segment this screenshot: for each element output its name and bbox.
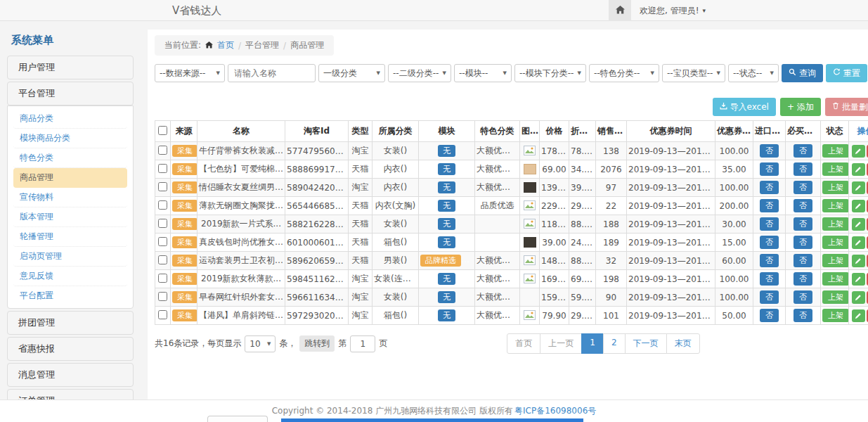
edit-button[interactable] — [852, 218, 865, 231]
filter-module[interactable]: --模块--▼ — [454, 64, 512, 82]
status-toggle[interactable]: 上架 — [822, 309, 849, 322]
edit-button[interactable] — [852, 163, 865, 176]
icp-link[interactable]: 粤ICP备16098006号 — [514, 405, 596, 417]
status-toggle[interactable]: 上架 — [822, 199, 849, 212]
edit-button[interactable] — [852, 145, 865, 158]
sidebar-item-product-category[interactable]: 商品分类 — [13, 109, 127, 129]
import-select-toggle[interactable]: 否 — [760, 272, 779, 286]
import-select-toggle[interactable]: 否 — [760, 144, 779, 158]
batch-delete-button[interactable]: 批量删除 — [825, 98, 868, 116]
next-page-button[interactable]: 下一页 — [625, 333, 667, 354]
must-buy-toggle[interactable]: 否 — [793, 272, 812, 286]
column-header-icon: 图标 — [520, 121, 540, 142]
search-button[interactable]: 查询 — [782, 64, 823, 82]
edit-button[interactable] — [852, 236, 865, 249]
sidebar-item-module-product-category[interactable]: 模块商品分类 — [13, 129, 127, 148]
sidebar-item-promo-material[interactable]: 宣传物料 — [13, 188, 127, 207]
edit-button[interactable] — [852, 273, 865, 286]
must-buy-toggle[interactable]: 否 — [793, 144, 812, 158]
edit-button[interactable] — [852, 181, 865, 194]
name-search-input[interactable] — [228, 64, 316, 82]
feature-category: 大额优惠券 — [475, 288, 520, 307]
source-badge: 采集 — [172, 236, 197, 248]
filter-level1-category[interactable]: 一级分类▼ — [318, 64, 385, 82]
breadcrumb-home-link[interactable]: 首页 — [217, 39, 234, 51]
page-number-input[interactable] — [350, 335, 375, 352]
row-select-checkbox[interactable] — [158, 237, 167, 246]
row-select-checkbox[interactable] — [158, 219, 167, 228]
add-button[interactable]: +添加 — [780, 98, 821, 116]
taoke-id: 596611634525 — [285, 288, 349, 307]
sidebar-item-feature-category[interactable]: 特色分类 — [13, 148, 127, 168]
menu-user-manage[interactable]: 用户管理 — [7, 56, 134, 79]
page-button-1[interactable]: 1 — [581, 333, 604, 354]
edit-button[interactable] — [852, 291, 865, 304]
import-select-toggle[interactable]: 否 — [760, 217, 779, 231]
edit-button[interactable] — [852, 309, 865, 322]
sidebar-item-platform-config[interactable]: 平台配置 — [13, 286, 127, 305]
row-select-checkbox[interactable] — [158, 146, 167, 155]
home-button[interactable] — [609, 0, 631, 21]
filter-module-subcategory[interactable]: --模块下分类--▼ — [514, 64, 586, 82]
status-toggle[interactable]: 上架 — [822, 217, 849, 231]
prev-page-button[interactable]: 上一页 — [540, 333, 582, 354]
row-select-checkbox[interactable] — [158, 255, 167, 264]
must-buy-toggle[interactable]: 否 — [793, 290, 812, 304]
import-excel-button[interactable]: 导入excel — [713, 98, 776, 116]
row-select-checkbox[interactable] — [158, 310, 167, 319]
sidebar-item-version-manage[interactable]: 版本管理 — [13, 207, 127, 227]
row-select-checkbox[interactable] — [158, 164, 167, 173]
must-buy-toggle[interactable]: 否 — [793, 162, 812, 176]
product-type: 淘宝 — [349, 270, 373, 288]
row-select-checkbox[interactable] — [158, 182, 167, 191]
import-select-toggle[interactable]: 否 — [760, 254, 779, 267]
filter-data-source[interactable]: --数据来源--▼ — [155, 64, 225, 82]
menu-message-manage[interactable]: 消息管理 — [7, 363, 134, 387]
menu-groupbuy-manage[interactable]: 拼团管理 — [7, 311, 134, 335]
first-page-button[interactable]: 首页 — [507, 333, 540, 354]
must-buy-toggle[interactable]: 否 — [793, 309, 812, 322]
must-buy-toggle[interactable]: 否 — [793, 254, 812, 267]
must-buy-toggle[interactable]: 否 — [793, 236, 812, 249]
filter-feature-category[interactable]: --特色分类--▼ — [589, 64, 659, 82]
user-menu[interactable]: 欢迎您, 管理员! ▾ — [640, 5, 706, 17]
row-select-checkbox[interactable] — [158, 274, 167, 283]
discount-price: 29.90 — [569, 307, 596, 325]
import-select-toggle[interactable]: 否 — [760, 236, 779, 249]
filter-status[interactable]: --状态--▼ — [728, 64, 779, 82]
import-select-toggle[interactable]: 否 — [760, 162, 779, 176]
page-size-select[interactable]: 10▼ — [245, 335, 276, 352]
status-toggle[interactable]: 上架 — [822, 272, 849, 286]
last-page-button[interactable]: 末页 — [666, 333, 700, 354]
sidebar-item-carousel-manage[interactable]: 轮播管理 — [13, 227, 127, 247]
import-select-toggle[interactable]: 否 — [760, 181, 779, 194]
filter-level2-category[interactable]: --二级分类--▼ — [388, 64, 451, 82]
sidebar-item-feedback[interactable]: 意见反馈 — [13, 267, 127, 286]
status-toggle[interactable]: 上架 — [822, 181, 849, 194]
page-button-2[interactable]: 2 — [603, 333, 626, 354]
jump-button[interactable]: 跳转到 — [299, 335, 335, 352]
edit-button[interactable] — [852, 255, 865, 267]
import-select-toggle[interactable]: 否 — [760, 199, 779, 212]
page-prefix: 第 — [338, 338, 346, 350]
filter-item-type[interactable]: --宝贝类型--▼ — [662, 64, 725, 82]
menu-platform-manage[interactable]: 平台管理 — [7, 82, 134, 106]
status-toggle[interactable]: 上架 — [822, 290, 849, 304]
sidebar-item-product-manage[interactable]: 商品管理 — [13, 168, 127, 188]
row-select-checkbox[interactable] — [158, 292, 167, 301]
row-select-checkbox[interactable] — [158, 200, 167, 210]
status-toggle[interactable]: 上架 — [822, 254, 849, 267]
reset-button[interactable]: 重置 — [826, 64, 867, 82]
import-select-toggle[interactable]: 否 — [760, 290, 779, 304]
status-toggle[interactable]: 上架 — [822, 162, 849, 176]
must-buy-toggle[interactable]: 否 — [793, 181, 812, 194]
must-buy-toggle[interactable]: 否 — [793, 199, 812, 212]
must-buy-toggle[interactable]: 否 — [793, 217, 812, 231]
select-all-checkbox[interactable] — [158, 126, 167, 135]
edit-button[interactable] — [852, 200, 865, 212]
menu-saving-news[interactable]: 省惠快报 — [7, 337, 134, 361]
sidebar-item-splash-manage[interactable]: 启动页管理 — [13, 247, 127, 267]
status-toggle[interactable]: 上架 — [822, 236, 849, 249]
status-toggle[interactable]: 上架 — [822, 144, 849, 158]
import-select-toggle[interactable]: 否 — [760, 309, 779, 322]
